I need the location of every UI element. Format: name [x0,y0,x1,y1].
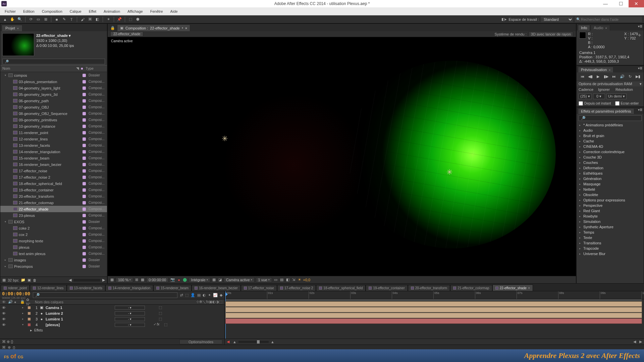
label-color-swatch[interactable] [83,227,86,230]
label-color-swatch[interactable] [83,74,86,77]
effect-category[interactable]: ▸Trapcode [577,246,644,251]
views-dropdown[interactable]: 1 vue▾ [256,277,272,283]
layer-row[interactable]: 👁▸1▣Caméra 1- ▾⬚ [0,305,224,310]
twirl-icon[interactable]: ▸ [22,312,25,315]
effect-category[interactable]: ▸Bruit et grain [577,133,644,138]
panel-menu-icon[interactable]: ▾≣ [638,108,642,112]
current-timecode[interactable]: 0:00:00:00 [2,291,30,296]
project-item[interactable]: 13-renderer_facetsComposi... [0,142,107,148]
label-color-swatch[interactable] [83,239,86,243]
project-item[interactable]: ▸imagesDossier [0,257,107,263]
zoom-out-icon[interactable]: ▲ [233,340,236,344]
hand-tool[interactable]: ✋ [9,16,15,22]
from-now-checkbox[interactable] [579,101,583,106]
flowchart-icon[interactable]: ⇲ [291,278,296,282]
project-item[interactable]: plexusComposi... [0,244,107,250]
timeline-tab[interactable]: 21-effector_colormap [450,285,492,291]
chevron-down-icon[interactable]: ▾ [182,26,183,29]
label-color-swatch[interactable] [83,112,86,115]
project-item[interactable]: text anim plexusComposi... [0,250,107,257]
eye-icon[interactable]: 👁 [2,323,6,327]
new-folder-icon[interactable]: 📁 [21,278,25,282]
project-item[interactable]: 10-geometry_instanceComposi... [0,123,107,129]
last-frame-button[interactable]: ⏭ [611,74,617,79]
scroll-right-icon[interactable]: ▶ [639,340,642,344]
project-item[interactable]: 19-effector_containerComposi... [0,187,107,193]
project-item[interactable]: 03-plexus_presentationComposi... [0,78,107,85]
shape-tool[interactable]: ■ [54,16,60,22]
first-frame-button[interactable]: ⏮ [579,74,585,79]
effect-category[interactable]: ▸Masquage [577,181,644,187]
zoom-dropdown[interactable]: 100 %▾ [116,277,133,283]
ram-preview-button[interactable]: ▶▮ [635,74,641,79]
help-search-input[interactable] [575,17,642,22]
project-item[interactable]: 18-effector_spherical_fieldComposi... [0,180,107,187]
work-area-bar[interactable] [225,299,642,301]
project-item[interactable]: 17-effector_noise 2Composi... [0,174,107,180]
fast-preview-icon[interactable]: ▦ [140,278,145,282]
twirl-icon[interactable]: ▸ [22,317,25,320]
solo-column-icon[interactable]: ● [14,300,18,304]
project-item[interactable]: 23-plexusComposi... [0,212,107,219]
timeline-tab[interactable]: nderer_point [1,285,30,291]
fullscreen-checkbox[interactable] [615,101,620,106]
project-item[interactable]: 05-geometry_layers_3dComposi... [0,91,107,98]
effect-category[interactable]: ▸Obsolète [577,192,644,197]
project-item[interactable]: 14-renderer_triangulationComposi... [0,148,107,155]
blend-mode-dropdown[interactable]: - ▾ [115,317,145,321]
blend-mode-dropdown[interactable]: - ▾ [115,323,145,327]
layer-bar[interactable] [225,301,642,307]
zoom-in-icon[interactable]: ▲ [271,340,274,344]
label-color-swatch[interactable] [83,137,86,141]
menu-fichier[interactable]: Fichier [1,8,19,15]
graph-editor-icon[interactable]: 📈 [213,293,218,297]
timeline-search[interactable]: 🔎 [33,292,177,298]
render-system-value[interactable]: 3D avec lancer de rayon [529,32,573,37]
effect-category[interactable]: ▸Texte [577,235,644,240]
label-color-swatch[interactable] [83,144,86,147]
project-item[interactable]: 15-renderer_beamComposi... [0,155,107,161]
project-item[interactable]: 11-renderer_pointComposi... [0,129,107,136]
pixel-aspect-icon[interactable]: ▭ [273,278,278,282]
eraser-tool[interactable]: ◧ [94,16,100,22]
marker-icon[interactable]: ◀ [227,340,229,344]
menu-edition[interactable]: Edition [20,8,38,15]
effect-category[interactable]: ▸Déformation [577,165,644,171]
label-color-swatch[interactable] [83,106,86,109]
twirl-icon[interactable]: ▸ [22,306,25,309]
effect-category[interactable]: ▸Correction colorimétrique [577,149,644,155]
3d-switch-icon[interactable]: ⬚ [159,311,162,315]
roto-tool[interactable]: ✶ [105,16,111,22]
project-item[interactable]: 20-effector_transformComposi... [0,193,107,199]
timeline-tab[interactable]: 17-effector_noise 2 [277,285,316,291]
project-item[interactable]: 17-effector_noiseComposi... [0,168,107,174]
menu-affichage[interactable]: Affichage [124,8,146,15]
pan-behind-tool[interactable]: ⊞ [43,16,49,22]
project-item[interactable]: cox 2Composi... [0,231,107,238]
motion-blur-icon[interactable]: ◐ [203,293,206,297]
label-color-swatch[interactable] [83,176,86,179]
toggle-switches-icon[interactable]: ⌘ ⊕ {} [2,340,13,344]
panel-menu-icon[interactable]: ▾≣ [638,66,642,70]
label-color-swatch[interactable] [83,214,86,217]
project-item[interactable]: 08-geometry_OBJ_SequenceComposi... [0,110,107,117]
label-color[interactable] [28,306,31,309]
switches-header-icon[interactable]: ⊹✻＼fx▣◐◑⬚ [196,299,222,304]
effect-category[interactable]: ▸Couches [577,160,644,165]
effects-list[interactable]: ▸* Animations prédéfinies▸Audio▸Bruit et… [577,122,644,256]
eye-column-icon[interactable]: 👁 [2,300,6,304]
effect-category[interactable]: ▸Netteté [577,187,644,192]
3d-switch-icon[interactable]: ⬚ [159,317,162,321]
project-item[interactable]: 09-geometry_primitivesComposi... [0,117,107,123]
effect-category[interactable]: ▸Rowbyte [577,214,644,219]
effect-category[interactable]: ▸Couche 3D [577,155,644,160]
resolution-icon[interactable]: ⊞ [135,278,139,282]
3d-switch-icon[interactable]: ⬚ [159,305,162,310]
label-color-swatch[interactable] [83,86,86,90]
effect-category[interactable]: ▸Red Giant [577,208,644,214]
effect-category[interactable]: ▸Temps [577,230,644,235]
effects-search[interactable]: 🔎 [579,115,642,121]
eye-icon[interactable]: 👁 [2,311,6,315]
draft3d-icon[interactable]: ⬚ [185,293,189,297]
timeline-tab[interactable]: 14-renderer_triangulation [105,285,153,291]
